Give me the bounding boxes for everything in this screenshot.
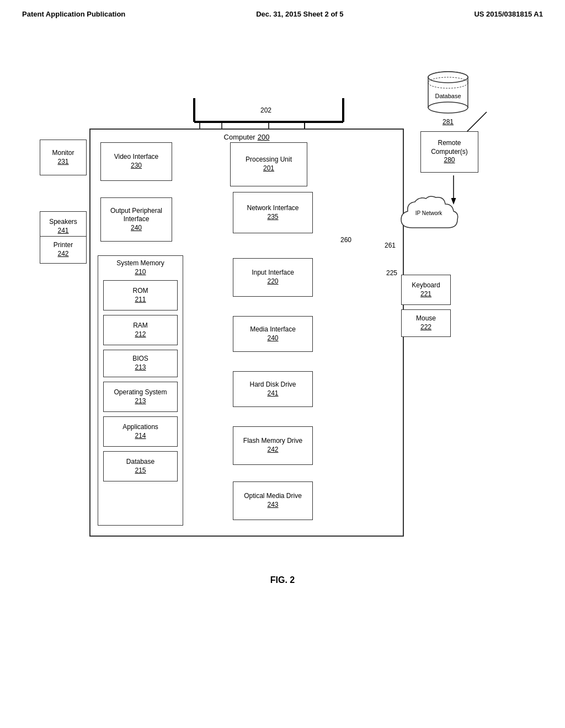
network-interface-box: Network Interface 235	[233, 192, 313, 233]
svg-text:Database: Database	[435, 93, 461, 99]
ram-box: RAM 212	[103, 315, 178, 345]
flash-memory-box: Flash Memory Drive 242	[233, 426, 313, 465]
diagram: Computer 200 202 Processing Unit 201 Vid…	[34, 40, 531, 564]
monitor-box: Monitor 231	[40, 140, 87, 175]
computer-num: 200	[258, 133, 270, 142]
processing-unit-box: Processing Unit 201	[230, 142, 307, 186]
header-right: US 2015/0381815 A1	[474, 10, 543, 18]
svg-point-28	[428, 102, 468, 113]
ip-network-cloud: IP Network	[396, 192, 462, 236]
keyboard-box: Keyboard 221	[401, 275, 451, 305]
database-right-cylinder: Database 281	[426, 71, 470, 115]
bus-label: 202	[260, 106, 271, 114]
applications-box: Applications 214	[103, 416, 178, 447]
label-260: 260	[340, 236, 351, 244]
video-interface-box: Video Interface 230	[100, 142, 172, 181]
figure-label: FIG. 2	[0, 575, 565, 585]
database-left-box: Database 215	[103, 451, 178, 481]
mouse-box: Mouse 222	[401, 309, 451, 337]
header-left: Patent Application Publication	[22, 10, 125, 18]
input-interface-box: Input Interface 220	[233, 258, 313, 297]
page-header: Patent Application Publication Dec. 31, …	[0, 0, 565, 18]
optical-media-box: Optical Media Drive 243	[233, 481, 313, 520]
bios-box: BIOS 213	[103, 350, 178, 377]
database-right-num: 281	[426, 118, 470, 126]
cylinder-svg: Database	[426, 71, 470, 117]
computer-label: Computer	[224, 133, 255, 142]
media-interface-box: Media Interface 240	[233, 316, 313, 352]
rom-box: ROM 211	[103, 280, 178, 311]
os-box: Operating System 213	[103, 382, 178, 412]
label-261: 261	[385, 242, 396, 249]
printer-box: Printer 242	[40, 236, 87, 264]
remote-computers-box: Remote Computer(s) 280	[420, 131, 478, 173]
header-middle: Dec. 31, 2015 Sheet 2 of 5	[256, 10, 343, 18]
output-peripheral-box: Output Peripheral Interface 240	[100, 197, 172, 242]
hard-disk-box: Hard Disk Drive 241	[233, 371, 313, 407]
svg-text:IP Network: IP Network	[415, 210, 443, 216]
label-225: 225	[386, 269, 397, 277]
cloud-svg: IP Network	[396, 192, 462, 236]
